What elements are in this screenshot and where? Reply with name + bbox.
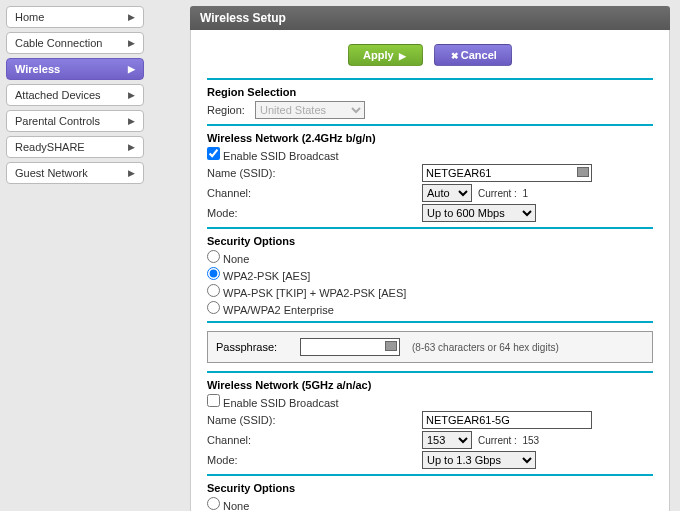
band5-sec-none[interactable]: None bbox=[207, 496, 653, 511]
band24-current-label: Current : bbox=[478, 188, 517, 199]
band24-sec-wpa2psk[interactable]: WPA2-PSK [AES] bbox=[207, 266, 653, 283]
band5-current-value: 153 bbox=[522, 435, 539, 446]
band24-heading: Wireless Network (2.4GHz b/g/n) bbox=[207, 132, 653, 146]
passphrase-hint: (8-63 characters or 64 hex digits) bbox=[412, 342, 559, 353]
band24-channel-select[interactable]: Auto bbox=[422, 184, 472, 202]
nav-home[interactable]: Home ▶ bbox=[6, 6, 144, 28]
nav-wireless[interactable]: Wireless ▶ bbox=[6, 58, 144, 80]
band24-mode-select[interactable]: Up to 600 Mbps bbox=[422, 204, 536, 222]
main-panel: Wireless Setup Apply ▶ ✖Cancel Region Se… bbox=[190, 6, 670, 505]
passphrase-box: Passphrase: (8-63 characters or 64 hex d… bbox=[207, 331, 653, 363]
scroll-area[interactable]: Region Selection Region: United States W… bbox=[191, 70, 669, 511]
region-label: Region: bbox=[207, 104, 255, 116]
band24-ssid-input[interactable] bbox=[422, 164, 592, 182]
band5-enable-checkbox[interactable] bbox=[207, 394, 220, 407]
nav-label: Home bbox=[15, 11, 44, 23]
band24-sec-wpamix[interactable]: WPA-PSK [TKIP] + WPA2-PSK [AES] bbox=[207, 283, 653, 300]
band24-sec-none[interactable]: None bbox=[207, 249, 653, 266]
band5-mode-select[interactable]: Up to 1.3 Gbps bbox=[422, 451, 536, 469]
nav-attached-devices[interactable]: Attached Devices ▶ bbox=[6, 84, 144, 106]
keyboard-icon[interactable] bbox=[577, 167, 589, 177]
keyboard-icon[interactable] bbox=[385, 341, 397, 351]
band5-mode-label: Mode: bbox=[207, 454, 422, 466]
nav-label: ReadySHARE bbox=[15, 141, 85, 153]
band5-ssid-input[interactable] bbox=[422, 411, 592, 429]
chevron-right-icon: ▶ bbox=[128, 38, 135, 48]
chevron-right-icon: ▶ bbox=[128, 142, 135, 152]
apply-button[interactable]: Apply ▶ bbox=[348, 44, 423, 66]
chevron-right-icon: ▶ bbox=[128, 116, 135, 126]
nav-parental-controls[interactable]: Parental Controls ▶ bbox=[6, 110, 144, 132]
region-heading: Region Selection bbox=[207, 86, 653, 100]
band24-enable-label: Enable SSID Broadcast bbox=[223, 150, 339, 162]
band5-enable-ssid[interactable]: Enable SSID Broadcast bbox=[207, 393, 653, 410]
chevron-right-icon: ▶ bbox=[128, 12, 135, 22]
nav-label: Parental Controls bbox=[15, 115, 100, 127]
play-icon: ▶ bbox=[399, 51, 406, 61]
band24-sec-enterprise[interactable]: WPA/WPA2 Enterprise bbox=[207, 300, 653, 317]
page-title: Wireless Setup bbox=[190, 6, 670, 30]
close-icon: ✖ bbox=[451, 51, 459, 61]
band24-security-heading: Security Options bbox=[207, 235, 653, 249]
band5-channel-select[interactable]: 153 bbox=[422, 431, 472, 449]
band5-enable-label: Enable SSID Broadcast bbox=[223, 397, 339, 409]
nav-guest-network[interactable]: Guest Network ▶ bbox=[6, 162, 144, 184]
nav-label: Cable Connection bbox=[15, 37, 102, 49]
cancel-label: Cancel bbox=[461, 49, 497, 61]
action-bar: Apply ▶ ✖Cancel bbox=[191, 30, 669, 70]
passphrase-label: Passphrase: bbox=[216, 341, 300, 353]
band24-mode-label: Mode: bbox=[207, 207, 422, 219]
apply-label: Apply bbox=[363, 49, 394, 61]
chevron-right-icon: ▶ bbox=[128, 90, 135, 100]
nav-cable-connection[interactable]: Cable Connection ▶ bbox=[6, 32, 144, 54]
chevron-right-icon: ▶ bbox=[128, 64, 135, 74]
region-select[interactable]: United States bbox=[255, 101, 365, 119]
band24-ssid-label: Name (SSID): bbox=[207, 167, 422, 179]
band5-channel-label: Channel: bbox=[207, 434, 422, 446]
content: Apply ▶ ✖Cancel Region Selection Region:… bbox=[190, 30, 670, 511]
band5-ssid-label: Name (SSID): bbox=[207, 414, 422, 426]
nav-label: Wireless bbox=[15, 63, 60, 75]
band24-channel-label: Channel: bbox=[207, 187, 422, 199]
band24-current-value: 1 bbox=[522, 188, 528, 199]
band5-security-heading: Security Options bbox=[207, 482, 653, 496]
nav-label: Guest Network bbox=[15, 167, 88, 179]
band5-heading: Wireless Network (5GHz a/n/ac) bbox=[207, 379, 653, 393]
band5-current-label: Current : bbox=[478, 435, 517, 446]
nav-readyshare[interactable]: ReadySHARE ▶ bbox=[6, 136, 144, 158]
chevron-right-icon: ▶ bbox=[128, 168, 135, 178]
nav-label: Attached Devices bbox=[15, 89, 101, 101]
band24-enable-ssid[interactable]: Enable SSID Broadcast bbox=[207, 146, 653, 163]
sidebar: Home ▶ Cable Connection ▶ Wireless ▶ Att… bbox=[0, 0, 150, 511]
band24-enable-checkbox[interactable] bbox=[207, 147, 220, 160]
cancel-button[interactable]: ✖Cancel bbox=[434, 44, 512, 66]
